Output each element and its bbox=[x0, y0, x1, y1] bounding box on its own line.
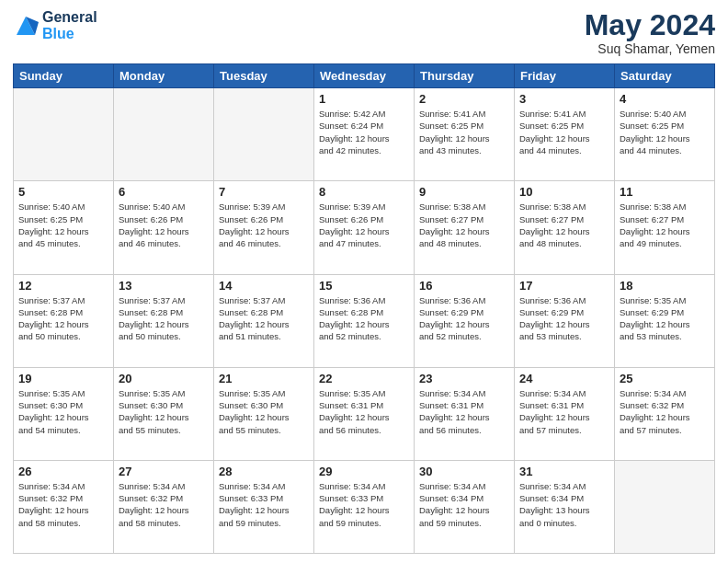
calendar-cell: 15Sunrise: 5:36 AM Sunset: 6:28 PM Dayli… bbox=[314, 274, 415, 367]
calendar-cell: 2Sunrise: 5:41 AM Sunset: 6:25 PM Daylig… bbox=[415, 88, 515, 181]
location-subtitle: Suq Shamar, Yemen bbox=[585, 41, 715, 56]
day-info: Sunrise: 5:37 AM Sunset: 6:28 PM Dayligh… bbox=[18, 294, 108, 343]
calendar-cell: 22Sunrise: 5:35 AM Sunset: 6:31 PM Dayli… bbox=[314, 367, 415, 460]
day-number: 31 bbox=[519, 465, 609, 478]
calendar-cell: 9Sunrise: 5:38 AM Sunset: 6:27 PM Daylig… bbox=[415, 181, 515, 274]
logo-icon bbox=[13, 13, 39, 39]
calendar-cell: 10Sunrise: 5:38 AM Sunset: 6:27 PM Dayli… bbox=[515, 181, 615, 274]
day-number: 28 bbox=[219, 465, 309, 478]
day-info: Sunrise: 5:34 AM Sunset: 6:32 PM Dayligh… bbox=[620, 387, 710, 436]
calendar-cell: 5Sunrise: 5:40 AM Sunset: 6:25 PM Daylig… bbox=[14, 181, 114, 274]
day-number: 20 bbox=[119, 372, 209, 385]
day-info: Sunrise: 5:36 AM Sunset: 6:29 PM Dayligh… bbox=[419, 294, 509, 343]
day-number: 13 bbox=[119, 279, 209, 293]
day-info: Sunrise: 5:36 AM Sunset: 6:29 PM Dayligh… bbox=[519, 294, 609, 343]
day-number: 21 bbox=[219, 372, 309, 385]
weekday-header-sunday: Sunday bbox=[14, 64, 114, 88]
day-info: Sunrise: 5:35 AM Sunset: 6:31 PM Dayligh… bbox=[319, 387, 409, 436]
calendar-cell: 3Sunrise: 5:41 AM Sunset: 6:25 PM Daylig… bbox=[515, 88, 615, 181]
weekday-header-monday: Monday bbox=[114, 64, 214, 88]
day-number: 25 bbox=[620, 372, 710, 385]
day-info: Sunrise: 5:34 AM Sunset: 6:33 PM Dayligh… bbox=[319, 480, 409, 529]
weekday-header-tuesday: Tuesday bbox=[214, 64, 314, 88]
calendar-cell: 12Sunrise: 5:37 AM Sunset: 6:28 PM Dayli… bbox=[14, 274, 114, 367]
day-info: Sunrise: 5:37 AM Sunset: 6:28 PM Dayligh… bbox=[119, 294, 209, 343]
day-number: 14 bbox=[219, 279, 309, 293]
week-row-1: 1Sunrise: 5:42 AM Sunset: 6:24 PM Daylig… bbox=[14, 88, 715, 181]
calendar-cell: 8Sunrise: 5:39 AM Sunset: 6:26 PM Daylig… bbox=[314, 181, 415, 274]
day-info: Sunrise: 5:38 AM Sunset: 6:27 PM Dayligh… bbox=[620, 201, 710, 249]
day-info: Sunrise: 5:34 AM Sunset: 6:31 PM Dayligh… bbox=[519, 387, 609, 436]
day-number: 1 bbox=[319, 92, 409, 106]
weekday-header-thursday: Thursday bbox=[415, 64, 515, 88]
month-title: May 2024 bbox=[585, 9, 715, 41]
day-number: 9 bbox=[419, 185, 509, 199]
calendar-cell: 29Sunrise: 5:34 AM Sunset: 6:33 PM Dayli… bbox=[314, 460, 415, 553]
day-number: 18 bbox=[620, 279, 710, 293]
calendar-cell: 30Sunrise: 5:34 AM Sunset: 6:34 PM Dayli… bbox=[415, 460, 515, 553]
day-info: Sunrise: 5:42 AM Sunset: 6:24 PM Dayligh… bbox=[319, 108, 409, 156]
calendar-cell: 27Sunrise: 5:34 AM Sunset: 6:32 PM Dayli… bbox=[114, 460, 214, 553]
logo: General Blue bbox=[13, 9, 97, 41]
day-number: 23 bbox=[419, 372, 509, 385]
week-row-4: 19Sunrise: 5:35 AM Sunset: 6:30 PM Dayli… bbox=[14, 367, 715, 460]
day-info: Sunrise: 5:39 AM Sunset: 6:26 PM Dayligh… bbox=[219, 201, 309, 249]
day-number: 5 bbox=[18, 185, 108, 199]
calendar-table: SundayMondayTuesdayWednesdayThursdayFrid… bbox=[13, 63, 715, 554]
weekday-header-saturday: Saturday bbox=[615, 64, 715, 88]
title-block: May 2024 Suq Shamar, Yemen bbox=[585, 9, 715, 56]
day-info: Sunrise: 5:41 AM Sunset: 6:25 PM Dayligh… bbox=[419, 108, 509, 156]
day-info: Sunrise: 5:35 AM Sunset: 6:30 PM Dayligh… bbox=[18, 387, 108, 436]
day-info: Sunrise: 5:34 AM Sunset: 6:33 PM Dayligh… bbox=[219, 480, 309, 529]
day-info: Sunrise: 5:35 AM Sunset: 6:29 PM Dayligh… bbox=[620, 294, 710, 343]
day-info: Sunrise: 5:38 AM Sunset: 6:27 PM Dayligh… bbox=[419, 201, 509, 249]
day-info: Sunrise: 5:40 AM Sunset: 6:25 PM Dayligh… bbox=[620, 108, 710, 156]
day-info: Sunrise: 5:35 AM Sunset: 6:30 PM Dayligh… bbox=[219, 387, 309, 436]
calendar-cell: 13Sunrise: 5:37 AM Sunset: 6:28 PM Dayli… bbox=[114, 274, 214, 367]
day-number: 15 bbox=[319, 279, 409, 293]
day-number: 4 bbox=[620, 92, 710, 106]
day-number: 8 bbox=[319, 185, 409, 199]
calendar-cell: 24Sunrise: 5:34 AM Sunset: 6:31 PM Dayli… bbox=[515, 367, 615, 460]
logo-text: General Blue bbox=[42, 9, 97, 41]
day-info: Sunrise: 5:34 AM Sunset: 6:32 PM Dayligh… bbox=[119, 480, 209, 529]
calendar-cell: 19Sunrise: 5:35 AM Sunset: 6:30 PM Dayli… bbox=[14, 367, 114, 460]
calendar-cell: 11Sunrise: 5:38 AM Sunset: 6:27 PM Dayli… bbox=[615, 181, 715, 274]
day-number: 7 bbox=[219, 185, 309, 199]
day-number: 19 bbox=[18, 372, 108, 385]
calendar-cell bbox=[214, 88, 314, 181]
calendar-cell: 6Sunrise: 5:40 AM Sunset: 6:26 PM Daylig… bbox=[114, 181, 214, 274]
day-number: 12 bbox=[18, 279, 108, 293]
calendar-cell: 17Sunrise: 5:36 AM Sunset: 6:29 PM Dayli… bbox=[515, 274, 615, 367]
day-info: Sunrise: 5:34 AM Sunset: 6:32 PM Dayligh… bbox=[18, 480, 108, 529]
day-info: Sunrise: 5:39 AM Sunset: 6:26 PM Dayligh… bbox=[319, 201, 409, 249]
day-info: Sunrise: 5:41 AM Sunset: 6:25 PM Dayligh… bbox=[519, 108, 609, 156]
calendar-cell: 21Sunrise: 5:35 AM Sunset: 6:30 PM Dayli… bbox=[214, 367, 314, 460]
day-info: Sunrise: 5:40 AM Sunset: 6:25 PM Dayligh… bbox=[18, 201, 108, 249]
day-number: 10 bbox=[519, 185, 609, 199]
day-info: Sunrise: 5:40 AM Sunset: 6:26 PM Dayligh… bbox=[119, 201, 209, 249]
day-number: 11 bbox=[620, 185, 710, 199]
day-info: Sunrise: 5:38 AM Sunset: 6:27 PM Dayligh… bbox=[519, 201, 609, 249]
day-number: 16 bbox=[419, 279, 509, 293]
calendar-cell: 26Sunrise: 5:34 AM Sunset: 6:32 PM Dayli… bbox=[14, 460, 114, 553]
day-number: 24 bbox=[519, 372, 609, 385]
day-number: 6 bbox=[119, 185, 209, 199]
day-number: 3 bbox=[519, 92, 609, 106]
calendar-cell bbox=[14, 88, 114, 181]
day-info: Sunrise: 5:34 AM Sunset: 6:34 PM Dayligh… bbox=[519, 480, 609, 529]
calendar-cell: 31Sunrise: 5:34 AM Sunset: 6:34 PM Dayli… bbox=[515, 460, 615, 553]
calendar-cell: 25Sunrise: 5:34 AM Sunset: 6:32 PM Dayli… bbox=[615, 367, 715, 460]
day-info: Sunrise: 5:37 AM Sunset: 6:28 PM Dayligh… bbox=[219, 294, 309, 343]
day-number: 26 bbox=[18, 465, 108, 478]
weekday-header-wednesday: Wednesday bbox=[314, 64, 415, 88]
page: General Blue May 2024 Suq Shamar, Yemen … bbox=[0, 0, 728, 563]
week-row-5: 26Sunrise: 5:34 AM Sunset: 6:32 PM Dayli… bbox=[14, 460, 715, 553]
calendar-cell: 23Sunrise: 5:34 AM Sunset: 6:31 PM Dayli… bbox=[415, 367, 515, 460]
weekday-header-row: SundayMondayTuesdayWednesdayThursdayFrid… bbox=[14, 64, 715, 88]
calendar-cell: 14Sunrise: 5:37 AM Sunset: 6:28 PM Dayli… bbox=[214, 274, 314, 367]
calendar-cell: 18Sunrise: 5:35 AM Sunset: 6:29 PM Dayli… bbox=[615, 274, 715, 367]
day-info: Sunrise: 5:36 AM Sunset: 6:28 PM Dayligh… bbox=[319, 294, 409, 343]
day-number: 27 bbox=[119, 465, 209, 478]
calendar-cell: 20Sunrise: 5:35 AM Sunset: 6:30 PM Dayli… bbox=[114, 367, 214, 460]
